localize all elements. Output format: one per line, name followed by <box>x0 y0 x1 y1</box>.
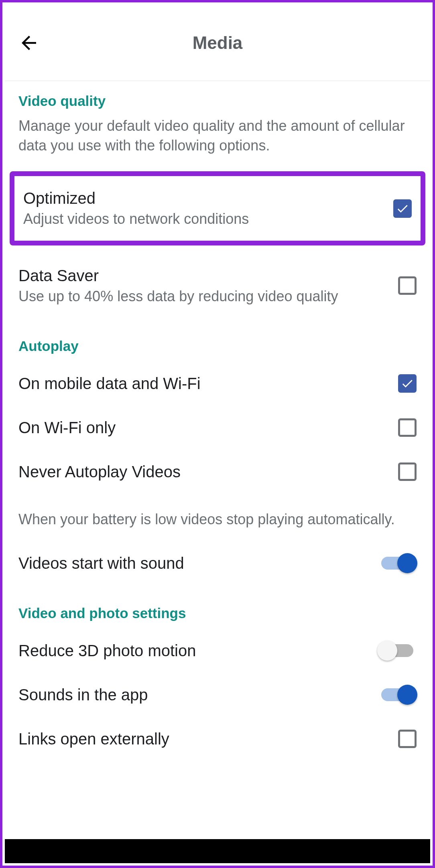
optimized-row[interactable]: Optimized Adjust videos to network condi… <box>23 188 412 229</box>
section-label-video-quality: Video quality <box>18 93 417 109</box>
autoplay-wifi-only-row[interactable]: On Wi-Fi only <box>18 406 417 450</box>
header: Media <box>5 5 430 81</box>
content: Video quality Manage your default video … <box>5 81 430 839</box>
autoplay-mobile-wifi-row[interactable]: On mobile data and Wi-Fi <box>18 361 417 406</box>
autoplay-wifi-only-title: On Wi-Fi only <box>18 418 390 438</box>
page-title: Media <box>5 33 430 53</box>
autoplay-never-row[interactable]: Never Autoplay Videos <box>18 450 417 494</box>
optimized-title: Optimized <box>23 188 385 208</box>
sounds-app-title: Sounds in the app <box>18 685 370 705</box>
data-saver-sub: Use up to 40% less data by reducing vide… <box>18 287 390 306</box>
data-saver-row[interactable]: Data Saver Use up to 40% less data by re… <box>18 254 417 318</box>
autoplay-never-checkbox[interactable] <box>398 462 417 481</box>
autoplay-wifi-only-checkbox[interactable] <box>398 418 417 437</box>
reduce-3d-row[interactable]: Reduce 3D photo motion <box>18 629 417 673</box>
videos-sound-title: Videos start with sound <box>18 553 370 573</box>
check-icon <box>400 377 414 390</box>
sounds-app-toggle[interactable] <box>378 686 417 704</box>
check-icon <box>396 202 409 215</box>
section-label-video-photo: Video and photo settings <box>18 605 417 621</box>
videos-sound-toggle[interactable] <box>378 554 417 572</box>
data-saver-checkbox[interactable] <box>398 276 417 295</box>
autoplay-note: When your battery is low videos stop pla… <box>18 510 417 529</box>
arrow-left-icon <box>18 32 40 54</box>
section-label-autoplay: Autoplay <box>18 338 417 354</box>
videos-sound-row[interactable]: Videos start with sound <box>18 541 417 585</box>
data-saver-title: Data Saver <box>18 266 390 286</box>
video-quality-desc: Manage your default video quality and th… <box>18 116 417 155</box>
autoplay-never-title: Never Autoplay Videos <box>18 462 390 482</box>
optimized-checkbox[interactable] <box>393 199 412 218</box>
reduce-3d-toggle[interactable] <box>378 642 417 659</box>
back-button[interactable] <box>17 31 41 55</box>
links-external-title: Links open externally <box>18 729 390 749</box>
links-external-checkbox[interactable] <box>398 730 417 748</box>
sounds-app-row[interactable]: Sounds in the app <box>18 673 417 717</box>
bottom-bar <box>5 839 430 863</box>
optimized-highlight: Optimized Adjust videos to network condi… <box>10 171 425 245</box>
optimized-sub: Adjust videos to network conditions <box>23 210 385 229</box>
autoplay-mobile-wifi-checkbox[interactable] <box>398 374 417 393</box>
autoplay-mobile-wifi-title: On mobile data and Wi-Fi <box>18 373 390 393</box>
reduce-3d-title: Reduce 3D photo motion <box>18 641 370 661</box>
links-external-row[interactable]: Links open externally <box>18 717 417 761</box>
